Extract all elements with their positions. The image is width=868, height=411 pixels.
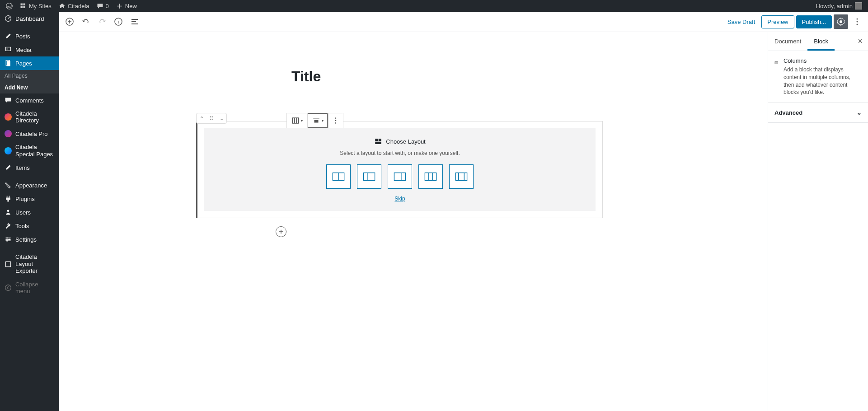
svg-point-15 [9,239,10,240]
new-link[interactable]: New [114,3,139,9]
placeholder-desc: Select a layout to start with, or make o… [213,150,586,156]
svg-rect-42 [363,173,375,181]
menu-settings[interactable]: Settings [0,233,59,246]
tab-block[interactable]: Block [807,32,835,51]
preview-button[interactable]: Preview [761,15,794,28]
tab-document[interactable]: Document [768,32,807,51]
menu-users[interactable]: Users [0,206,59,219]
more-menu-button[interactable] [850,14,864,29]
menu-tools[interactable]: Tools [0,219,59,233]
layout-icon [374,137,382,145]
block-toolbar [286,113,343,128]
svg-rect-22 [131,19,138,20]
redo-button [95,14,109,29]
undo-button[interactable] [79,14,93,29]
citadela-directory-icon [5,113,12,121]
svg-rect-39 [375,142,382,144]
advanced-panel[interactable]: Advanced ⌄ [768,103,868,123]
inspector-block-desc: Add a block that displays content in mul… [784,66,862,96]
svg-rect-1 [21,3,23,5]
svg-point-26 [857,19,858,20]
svg-rect-29 [292,118,299,123]
comments-count: 0 [106,3,109,9]
block-type-button[interactable] [287,113,307,128]
svg-rect-3 [21,6,23,8]
columns-icon [774,57,778,68]
menu-appearance[interactable]: Appearance [0,178,59,192]
collapse-menu[interactable]: Collapse menu [0,278,59,298]
publish-button[interactable]: Publish... [796,15,832,28]
skip-link[interactable]: Skip [394,196,405,202]
my-sites-label: My Sites [29,3,52,9]
svg-point-10 [7,210,9,212]
inspector-block-name: Columns [784,57,862,64]
menu-pages[interactable]: Pages [0,56,59,70]
submenu-add-new[interactable]: Add New [0,82,59,93]
layout-30-70[interactable] [357,164,381,189]
svg-rect-32 [313,119,319,120]
move-down-button[interactable]: ⌄ [216,113,226,123]
svg-rect-44 [394,173,405,181]
info-button[interactable]: i [111,14,126,29]
move-up-button[interactable]: ⌃ [197,113,206,123]
menu-items[interactable]: Items [0,161,59,174]
svg-rect-37 [375,139,378,141]
svg-rect-2 [23,3,26,5]
svg-point-14 [6,237,8,238]
placeholder-heading: Choose Layout [386,138,425,145]
site-link[interactable]: Citadela [56,3,92,9]
page-title[interactable]: Title [291,68,759,85]
settings-toggle[interactable] [834,14,848,29]
svg-point-7 [6,48,7,49]
menu-citadela-directory[interactable]: Citadela Directory [0,107,59,127]
svg-rect-9 [7,61,10,66]
menu-citadela-pro[interactable]: Citadela Pro [0,127,59,140]
block-more-button[interactable] [328,113,343,128]
avatar [855,2,862,9]
svg-text:i: i [118,19,119,24]
menu-media[interactable]: Media [0,43,59,56]
menu-posts[interactable]: Posts [0,29,59,43]
howdy-label: Howdy, admin [816,3,853,9]
chevron-down-icon: ⌄ [857,109,862,116]
svg-point-25 [840,20,842,23]
drag-handle[interactable]: ⠿ [206,113,216,123]
svg-rect-46 [425,173,436,181]
comments-link[interactable]: 0 [94,3,111,9]
align-button[interactable] [308,113,328,128]
layout-25-50-25[interactable] [449,164,474,189]
my-sites-link[interactable]: My Sites [18,3,54,9]
svg-rect-52 [775,61,778,64]
wp-logo[interactable] [4,3,15,9]
save-draft-button[interactable]: Save Draft [723,16,760,28]
layout-70-30[interactable] [388,164,412,189]
svg-point-35 [335,120,337,121]
layout-33-33-33[interactable] [418,164,443,189]
block-appender[interactable] [276,226,286,237]
svg-rect-49 [455,173,467,181]
svg-point-34 [335,117,337,119]
site-name: Citadela [68,3,89,9]
svg-point-27 [857,21,858,23]
svg-rect-4 [23,6,26,8]
layout-50-50[interactable] [326,164,351,189]
svg-rect-33 [314,120,318,123]
menu-citadela-special[interactable]: Citadela Special Pages [0,140,59,161]
block-inspector: Document Block × Columns Add a block tha… [768,32,868,411]
citadela-special-icon [5,147,12,154]
menu-comments[interactable]: Comments [0,93,59,107]
menu-layout-exporter[interactable]: Citadela Layout Exporter [0,250,59,278]
add-block-button[interactable] [62,14,77,29]
close-inspector[interactable]: × [852,32,868,51]
submenu-all-pages[interactable]: All Pages [0,70,59,82]
columns-block[interactable]: Choose Layout Select a layout to start w… [196,121,603,218]
svg-rect-24 [131,23,138,24]
svg-point-28 [857,24,858,25]
howdy-link[interactable]: Howdy, admin [814,2,864,9]
new-label: New [125,3,137,9]
svg-point-36 [335,122,337,124]
outline-button[interactable] [127,14,142,29]
menu-dashboard[interactable]: Dashboard [0,12,59,25]
menu-plugins[interactable]: Plugins [0,192,59,206]
admin-sidebar: Dashboard Posts Media Pages All Pages Ad… [0,12,59,411]
